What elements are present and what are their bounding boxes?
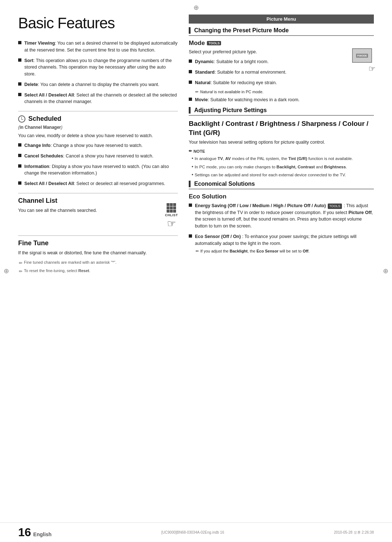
note-title: ✏ NOTE: [189, 149, 374, 153]
chlist-cell: [173, 206, 176, 209]
fine-tune-note1-text: Fine tuned channels are marked with an a…: [24, 259, 117, 266]
bold-change-info: Change Info: [24, 143, 50, 148]
fine-tune-note2-text: To reset the fine-tuning, select Reset.: [24, 268, 90, 274]
left-column: Basic Features Timer Viewing: You can se…: [18, 15, 178, 276]
bullet-icon: [18, 58, 21, 62]
bullet-icon: [18, 41, 21, 44]
tools-badge-eco: TOOLS: [328, 204, 342, 209]
bullet-icon: [189, 204, 192, 207]
fine-tune-title: Fine Tune: [18, 239, 49, 247]
note-item-1: In analogue TV, AV modes of the PAL syst…: [192, 155, 374, 162]
divider-fine-tune: [18, 235, 178, 236]
chlist-cell: [170, 206, 173, 209]
fine-tune-body: If the signal is weak or distorted, fine…: [18, 249, 178, 256]
bullet-icon: [189, 70, 192, 73]
pmode-image: P.MODE ☞: [352, 48, 374, 70]
bold-sort: Sort: [24, 58, 33, 63]
footer-page-number: 16 English: [18, 526, 52, 539]
eco-sensor-text: Eco Sensor (Off / On) : To enhance your …: [195, 233, 374, 254]
natural-note-text: Natural is not available in PC mode.: [200, 90, 264, 94]
mode-title: Mode: [189, 40, 205, 47]
pmode-text: Select your preferred picture type. Dyna…: [189, 48, 349, 107]
scheduled-sublabel: (in Channel Manager): [18, 125, 178, 130]
adjusting-heading: Adjusting Picture Settings: [189, 107, 374, 116]
cancel-schedules-text: Cancel Schedules: Cancel a show you have…: [24, 153, 154, 160]
footer-file: [UC9000]BN68-03034A-02Eng.indb 16: [162, 530, 224, 534]
backlight-heading: Backlight / Contrast / Brightness / Shar…: [189, 119, 374, 137]
pmode-label: P.MODE: [356, 54, 368, 58]
chlist-cell: [173, 203, 176, 206]
divider-channel-list: [18, 193, 178, 193]
bullet-information: Information: Display a show you have res…: [18, 163, 178, 177]
channel-list-body: You can see all the channels searched.: [18, 207, 162, 214]
natural-note: ✏ Natural is not available in PC mode.: [195, 90, 349, 94]
movie-text: Movie: Suitable for watching movies in a…: [195, 97, 299, 103]
page-title: Basic Features: [18, 15, 178, 32]
hand-icon: ☞: [167, 218, 176, 230]
economical-title: Economical Solutions: [194, 181, 255, 187]
chlist-label: CHLIST: [165, 213, 178, 217]
bullet-icon: [18, 143, 21, 147]
picture-menu-bar: Picture Menu: [189, 15, 374, 24]
select-all-2-text: Select All / Deselect All: Select or des…: [24, 180, 165, 187]
footer: 16 English [UC9000]BN68-03034A-02Eng.ind…: [0, 522, 392, 542]
bullet-icon: [18, 164, 21, 168]
bullet-icon: [189, 81, 192, 84]
bullet-sort-text: Sort: This operation allows you to chang…: [24, 57, 178, 78]
note-label: NOTE: [193, 149, 205, 153]
mode-heading: Mode TOOLS: [189, 40, 374, 47]
bullet-natural: Natural: Suitable for reducing eye strai…: [189, 79, 349, 86]
divider-scheduled: [18, 111, 178, 111]
bold-natural: Natural: [195, 80, 211, 85]
channel-list-heading: Channel List: [18, 197, 178, 205]
bullet-change-info: Change Info: Change a show you have rese…: [18, 142, 178, 149]
channel-list-title: Channel List: [18, 197, 57, 205]
pmode-area: Select your preferred picture type. Dyna…: [189, 48, 374, 107]
changing-preset-title: Changing the Preset Picture Mode: [194, 27, 289, 34]
chlist-cell: [167, 203, 170, 206]
fine-tune-heading: Fine Tune: [18, 239, 178, 247]
text-sort: : This operation allows you to change th…: [24, 58, 172, 77]
note-item-3: Settings can be adjusted and stored for …: [192, 171, 374, 178]
bullet-timer-viewing: Timer Viewing: You can set a desired cha…: [18, 40, 178, 54]
eco-sensor-note: ✏ If you adjust the Backlight, the Eco S…: [196, 248, 374, 254]
reg-mark-top: ⊕: [193, 4, 199, 12]
bullet-icon: [18, 154, 21, 157]
pencil-icon-3: ✏: [195, 90, 199, 94]
note-item-2: In PC mode, you can only make changes to…: [192, 163, 374, 171]
bullet-select-all: Select All / Deselect All: Select all th…: [18, 92, 178, 106]
bold-cancel-schedules: Cancel Schedules: [24, 153, 63, 159]
clock-icon: [18, 115, 25, 123]
change-info-text: Change Info: Change a show you have rese…: [24, 142, 143, 149]
bullet-cancel-schedules: Cancel Schedules: Cancel a show you have…: [18, 153, 178, 160]
note-box: ✏ NOTE In analogue TV, AV modes of the P…: [189, 149, 374, 178]
economical-heading: Economical Solutions: [189, 181, 374, 189]
reg-mark-right: ⊕: [383, 267, 388, 275]
bullet-icon: [18, 181, 21, 185]
bold-select-all: Select All / Deselect All: [24, 93, 74, 98]
pmode-tv: P.MODE: [352, 48, 372, 63]
pencil-icon: ✏: [19, 260, 23, 266]
bullet-delete: Delete: You can delete a channel to disp…: [18, 81, 178, 88]
bullet-icon: [189, 234, 192, 238]
bullet-energy-saving: Energy Saving (Off / Low / Medium / High…: [189, 202, 374, 230]
standard-text: Standard: Suitable for a normal environm…: [195, 69, 286, 76]
bullet-section: Timer Viewing: You can set a desired cha…: [18, 40, 178, 105]
backlight-body: Your television has several setting opti…: [189, 139, 374, 146]
note-list: In analogue TV, AV modes of the PAL syst…: [189, 155, 374, 178]
channel-manager-label: in Channel Manager: [20, 125, 61, 130]
bullet-icon: [189, 98, 192, 101]
chlist-cell: [170, 203, 173, 206]
bold-timer-viewing: Timer Viewing: [24, 41, 55, 46]
chlist-cell: [167, 210, 170, 213]
pencil-icon-note: ✏: [189, 149, 192, 153]
section-bar-icon: [189, 27, 191, 34]
chlist-grid: [167, 203, 176, 213]
bullet-select-all-2: Select All / Deselect All: Select or des…: [18, 180, 178, 187]
chlist-cell: [173, 210, 176, 213]
tools-badge: TOOLS: [207, 41, 221, 45]
bold-information: Information: [24, 164, 49, 169]
bold-delete: Delete: [24, 82, 38, 87]
eco-solution-heading: Eco Solution: [189, 193, 374, 200]
chlist-cell: [170, 210, 173, 213]
